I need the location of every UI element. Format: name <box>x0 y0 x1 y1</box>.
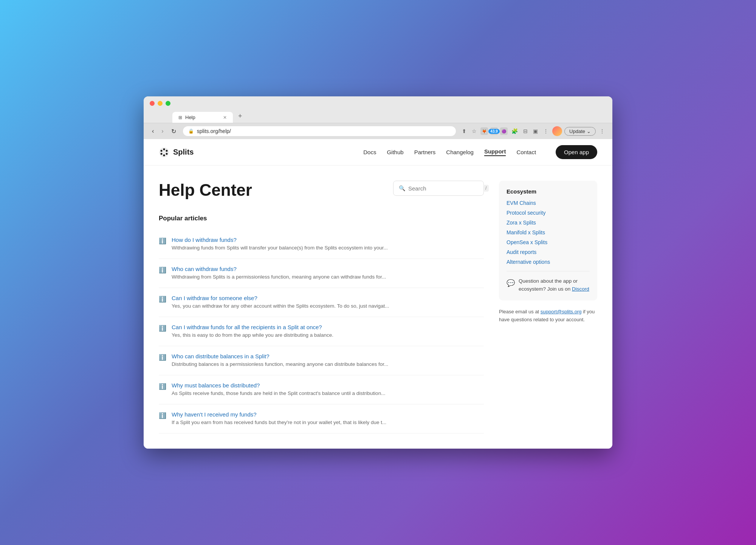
nav-github[interactable]: Github <box>387 149 403 155</box>
article-title[interactable]: Who can distribute balances in a Split? <box>172 353 388 359</box>
article-excerpt: Yes, you can withdraw for any other acco… <box>172 303 389 310</box>
article-excerpt: Distributing balances is a permissionles… <box>172 361 388 368</box>
page-content: Splits Docs Github Partners Changelog Su… <box>144 139 612 448</box>
article-excerpt: As Splits receive funds, those funds are… <box>172 390 385 397</box>
sidebar-links: EVM Chains Protocol security Zora x Spli… <box>507 200 590 265</box>
svg-point-1 <box>161 150 163 152</box>
article-title[interactable]: Can I withdraw for someone else? <box>172 295 389 301</box>
browser-controls <box>150 101 606 106</box>
nav-docs[interactable]: Docs <box>363 149 376 155</box>
nav-links: Docs Github Partners Changelog Support C… <box>363 148 536 156</box>
share-icon[interactable]: ⬆ <box>460 127 468 136</box>
menu-icon[interactable]: ⋮ <box>542 127 550 136</box>
article-body: How do I withdraw funds? Withdrawing fun… <box>172 237 388 252</box>
article-title[interactable]: Why must balances be distributed? <box>172 382 385 389</box>
tab-favicon: ⊞ <box>178 115 182 120</box>
sidebar-link-alternative[interactable]: Alternative options <box>507 259 590 265</box>
split-view-icon[interactable]: ⊟ <box>522 127 529 136</box>
browser-titlebar: ⊞ Help ✕ + <box>144 96 612 123</box>
svg-point-3 <box>166 150 168 152</box>
new-tab-button[interactable]: + <box>234 110 246 123</box>
nav-contact[interactable]: Contact <box>516 149 536 155</box>
list-item: ℹ️ How do I withdraw funds? Withdrawing … <box>159 230 484 259</box>
browser-actions: ⬆ ☆ 🦊 43.9 🟣 🧩 ⊟ ▣ ⋮ Update ⌄ ⋮ <box>460 126 606 136</box>
nav-buttons: ‹ › ↻ <box>150 127 178 136</box>
more-icon[interactable]: ⋮ <box>598 127 606 136</box>
help-sidebar: Ecosystem EVM Chains Protocol security Z… <box>499 181 597 433</box>
article-title[interactable]: How do I withdraw funds? <box>172 237 388 243</box>
ext-fox-icon[interactable]: 🦊 <box>480 127 488 135</box>
open-app-button[interactable]: Open app <box>556 145 597 159</box>
svg-point-6 <box>166 153 168 155</box>
search-shortcut: / <box>483 185 489 192</box>
list-item: ℹ️ Who can distribute balances in a Spli… <box>159 346 484 375</box>
splits-logo-icon <box>159 147 169 158</box>
active-tab[interactable]: ⊞ Help ✕ <box>172 112 233 123</box>
browser-window: ⊞ Help ✕ + ‹ › ↻ 🔒 splits.org/help/ ⬆ ☆ … <box>144 96 612 448</box>
search-input[interactable] <box>408 185 480 192</box>
bookmark-icon[interactable]: ☆ <box>470 127 478 136</box>
ext-meta-icon[interactable]: 🟣 <box>500 127 508 135</box>
sidebar-link-audit[interactable]: Audit reports <box>507 249 590 255</box>
sidebar-link-opensea[interactable]: OpenSea x Splits <box>507 239 590 245</box>
article-icon: ℹ️ <box>159 383 166 397</box>
browser-tabs: ⊞ Help ✕ + <box>172 110 606 123</box>
site-logo: Splits <box>159 147 194 158</box>
logo-text: Splits <box>173 148 194 156</box>
article-body: Who can distribute balances in a Split? … <box>172 353 388 368</box>
article-body: Who can withdraw funds? Withdrawing from… <box>172 266 386 281</box>
article-icon: ℹ️ <box>159 325 166 339</box>
puzzle-icon[interactable]: 🧩 <box>510 127 519 136</box>
sidebar-email-section: Please email us at support@splits.org if… <box>499 308 597 324</box>
nav-support[interactable]: Support <box>484 148 506 156</box>
nav-partners[interactable]: Partners <box>414 149 436 155</box>
back-button[interactable]: ‹ <box>150 127 156 135</box>
sidebar-icon[interactable]: ▣ <box>531 127 539 136</box>
article-body: Can I withdraw for someone else? Yes, yo… <box>172 295 389 310</box>
update-button[interactable]: Update ⌄ <box>564 127 596 136</box>
article-icon: ℹ️ <box>159 354 166 368</box>
chat-icon: 💬 <box>507 278 515 293</box>
sidebar-link-protocol-security[interactable]: Protocol security <box>507 210 590 216</box>
sidebar-link-manifold[interactable]: Manifold x Splits <box>507 229 590 235</box>
article-excerpt: Withdrawing from Splits is a permissionl… <box>172 274 386 281</box>
list-item: ℹ️ Why haven't I received my funds? If a… <box>159 404 484 434</box>
article-body: Can I withdraw funds for all the recipie… <box>172 324 333 339</box>
minimize-button[interactable] <box>158 101 163 106</box>
article-excerpt: If a Split you earn from has received fu… <box>172 419 386 426</box>
update-chevron-icon: ⌄ <box>587 129 591 134</box>
list-item: ℹ️ Can I withdraw funds for all the reci… <box>159 317 484 346</box>
nav-changelog[interactable]: Changelog <box>446 149 474 155</box>
help-main: Help Center 🔍 / Popular articles ℹ️ How … <box>144 166 612 448</box>
tab-close-button[interactable]: ✕ <box>223 115 227 120</box>
address-bar[interactable]: 🔒 splits.org/help/ <box>183 126 456 136</box>
article-icon: ℹ️ <box>159 266 166 281</box>
article-icon: ℹ️ <box>159 237 166 252</box>
sidebar-discord: 💬 Question about the app or ecosystem? J… <box>507 271 590 293</box>
svg-point-4 <box>161 153 163 155</box>
profile-avatar[interactable] <box>552 126 562 136</box>
browser-addressbar: ‹ › ↻ 🔒 splits.org/help/ ⬆ ☆ 🦊 43.9 🟣 🧩 … <box>144 123 612 139</box>
article-title[interactable]: Can I withdraw funds for all the recipie… <box>172 324 333 330</box>
article-body: Why haven't I received my funds? If a Sp… <box>172 411 386 426</box>
sidebar-link-evm[interactable]: EVM Chains <box>507 200 590 206</box>
discord-link[interactable]: Discord <box>572 286 589 292</box>
article-excerpt: Yes, this is easy to do from the app whi… <box>172 332 333 339</box>
help-center-title: Help Center <box>159 181 252 200</box>
close-button[interactable] <box>150 101 155 106</box>
maximize-button[interactable] <box>166 101 170 106</box>
url-text: splits.org/help/ <box>197 128 231 134</box>
search-icon: 🔍 <box>399 185 405 191</box>
sidebar-link-zora[interactable]: Zora x Splits <box>507 220 590 226</box>
email-link[interactable]: support@splits.org <box>541 309 582 314</box>
list-item: ℹ️ Why must balances be distributed? As … <box>159 375 484 404</box>
article-title[interactable]: Why haven't I received my funds? <box>172 411 386 418</box>
search-box[interactable]: 🔍 / <box>393 181 484 196</box>
help-content: Help Center 🔍 / Popular articles ℹ️ How … <box>159 181 484 433</box>
discord-text: Question about the app or ecosystem? Joi… <box>519 277 590 293</box>
forward-button[interactable]: › <box>159 127 166 135</box>
svg-point-5 <box>163 154 165 156</box>
reload-button[interactable]: ↻ <box>169 127 178 136</box>
article-title[interactable]: Who can withdraw funds? <box>172 266 386 272</box>
help-header: Help Center 🔍 / <box>159 181 484 200</box>
